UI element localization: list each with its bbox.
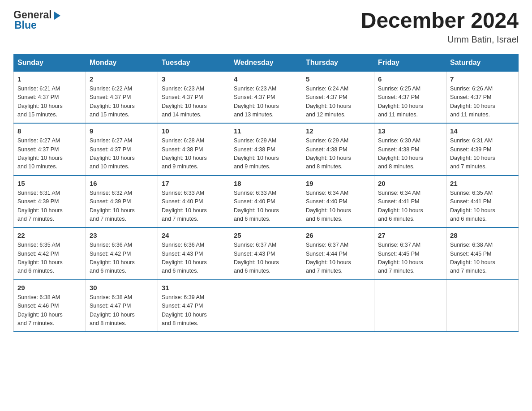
day-cell: 19 Sunrise: 6:34 AMSunset: 4:40 PMDaylig… (302, 176, 374, 228)
day-info: Sunrise: 6:38 AMSunset: 4:47 PMDaylight:… (90, 294, 135, 326)
day-cell: 27 Sunrise: 6:37 AMSunset: 4:45 PMDaylig… (374, 227, 446, 280)
day-cell: 23 Sunrise: 6:36 AMSunset: 4:42 PMDaylig… (86, 227, 158, 280)
day-cell: 11 Sunrise: 6:29 AMSunset: 4:38 PMDaylig… (230, 123, 302, 176)
day-info: Sunrise: 6:33 AMSunset: 4:40 PMDaylight:… (162, 190, 207, 222)
week-row-4: 22 Sunrise: 6:35 AMSunset: 4:42 PMDaylig… (14, 227, 519, 280)
day-cell: 10 Sunrise: 6:28 AMSunset: 4:38 PMDaylig… (158, 123, 230, 176)
col-header-friday: Friday (374, 54, 446, 71)
day-number: 1 (17, 75, 82, 83)
day-info: Sunrise: 6:35 AMSunset: 4:41 PMDaylight:… (450, 190, 495, 222)
day-info: Sunrise: 6:31 AMSunset: 4:39 PMDaylight:… (17, 190, 63, 222)
col-header-wednesday: Wednesday (230, 54, 302, 71)
day-cell: 26 Sunrise: 6:37 AMSunset: 4:44 PMDaylig… (302, 227, 374, 280)
day-info: Sunrise: 6:30 AMSunset: 4:38 PMDaylight:… (378, 137, 423, 170)
week-row-2: 8 Sunrise: 6:27 AMSunset: 4:37 PMDayligh… (14, 123, 519, 176)
day-cell: 29 Sunrise: 6:38 AMSunset: 4:46 PMDaylig… (14, 280, 86, 332)
day-info: Sunrise: 6:37 AMSunset: 4:44 PMDaylight:… (306, 242, 351, 274)
day-cell (230, 280, 302, 332)
day-info: Sunrise: 6:35 AMSunset: 4:42 PMDaylight:… (17, 242, 63, 274)
day-cell: 17 Sunrise: 6:33 AMSunset: 4:40 PMDaylig… (158, 176, 230, 228)
col-header-sunday: Sunday (14, 54, 86, 71)
day-number: 8 (17, 127, 82, 135)
day-number: 12 (306, 127, 370, 135)
day-info: Sunrise: 6:36 AMSunset: 4:42 PMDaylight:… (90, 242, 135, 274)
day-cell: 31 Sunrise: 6:39 AMSunset: 4:47 PMDaylig… (158, 280, 230, 332)
day-number: 11 (234, 127, 298, 135)
week-row-1: 1 Sunrise: 6:21 AMSunset: 4:37 PMDayligh… (14, 71, 519, 123)
day-number: 21 (450, 180, 515, 187)
day-cell: 5 Sunrise: 6:24 AMSunset: 4:37 PMDayligh… (302, 71, 374, 123)
day-cell: 14 Sunrise: 6:31 AMSunset: 4:39 PMDaylig… (446, 123, 519, 176)
day-number: 26 (306, 231, 370, 239)
day-number: 13 (378, 127, 442, 135)
day-number: 6 (378, 75, 442, 83)
logo-blue-text: Blue (13, 19, 60, 31)
day-info: Sunrise: 6:29 AMSunset: 4:38 PMDaylight:… (234, 137, 279, 170)
day-info: Sunrise: 6:22 AMSunset: 4:37 PMDaylight:… (90, 86, 135, 118)
page-header: General Blue December 2024 Umm Batin, Is… (13, 9, 519, 45)
day-number: 22 (17, 231, 82, 239)
calendar-header-row: SundayMondayTuesdayWednesdayThursdayFrid… (14, 54, 519, 71)
calendar-title: December 2024 (361, 9, 519, 33)
col-header-saturday: Saturday (446, 54, 519, 71)
day-cell: 9 Sunrise: 6:27 AMSunset: 4:37 PMDayligh… (86, 123, 158, 176)
day-info: Sunrise: 6:23 AMSunset: 4:37 PMDaylight:… (234, 86, 279, 118)
day-info: Sunrise: 6:28 AMSunset: 4:38 PMDaylight:… (162, 137, 207, 170)
day-cell: 1 Sunrise: 6:21 AMSunset: 4:37 PMDayligh… (14, 71, 86, 123)
day-number: 9 (90, 127, 154, 135)
day-number: 18 (234, 180, 298, 187)
day-info: Sunrise: 6:29 AMSunset: 4:38 PMDaylight:… (306, 137, 351, 170)
day-info: Sunrise: 6:25 AMSunset: 4:37 PMDaylight:… (378, 86, 423, 118)
day-number: 25 (234, 231, 298, 239)
day-number: 4 (234, 75, 298, 83)
day-number: 19 (306, 180, 370, 187)
day-info: Sunrise: 6:21 AMSunset: 4:37 PMDaylight:… (17, 86, 63, 118)
day-number: 14 (450, 127, 515, 135)
day-cell: 25 Sunrise: 6:37 AMSunset: 4:43 PMDaylig… (230, 227, 302, 280)
day-number: 28 (450, 231, 515, 239)
day-number: 16 (90, 180, 154, 187)
calendar-subtitle: Umm Batin, Israel (361, 34, 519, 45)
day-info: Sunrise: 6:27 AMSunset: 4:37 PMDaylight:… (17, 137, 63, 170)
day-cell: 8 Sunrise: 6:27 AMSunset: 4:37 PMDayligh… (14, 123, 86, 176)
day-number: 31 (162, 284, 226, 291)
day-info: Sunrise: 6:37 AMSunset: 4:45 PMDaylight:… (378, 242, 423, 274)
day-info: Sunrise: 6:31 AMSunset: 4:39 PMDaylight:… (450, 137, 495, 170)
day-number: 17 (162, 180, 226, 187)
day-number: 27 (378, 231, 442, 239)
day-number: 29 (17, 284, 82, 291)
day-cell: 13 Sunrise: 6:30 AMSunset: 4:38 PMDaylig… (374, 123, 446, 176)
day-cell: 28 Sunrise: 6:38 AMSunset: 4:45 PMDaylig… (446, 227, 519, 280)
day-cell (446, 280, 519, 332)
day-info: Sunrise: 6:26 AMSunset: 4:37 PMDaylight:… (450, 86, 495, 118)
day-number: 7 (450, 75, 515, 83)
day-cell: 20 Sunrise: 6:34 AMSunset: 4:41 PMDaylig… (374, 176, 446, 228)
day-cell (374, 280, 446, 332)
day-number: 15 (17, 180, 82, 187)
day-info: Sunrise: 6:23 AMSunset: 4:37 PMDaylight:… (162, 86, 207, 118)
day-cell: 16 Sunrise: 6:32 AMSunset: 4:39 PMDaylig… (86, 176, 158, 228)
day-info: Sunrise: 6:37 AMSunset: 4:43 PMDaylight:… (234, 242, 279, 274)
day-info: Sunrise: 6:34 AMSunset: 4:41 PMDaylight:… (378, 190, 423, 222)
title-area: December 2024 Umm Batin, Israel (361, 9, 519, 45)
week-row-5: 29 Sunrise: 6:38 AMSunset: 4:46 PMDaylig… (14, 280, 519, 332)
day-info: Sunrise: 6:38 AMSunset: 4:45 PMDaylight:… (450, 242, 495, 274)
week-row-3: 15 Sunrise: 6:31 AMSunset: 4:39 PMDaylig… (14, 176, 519, 228)
day-cell: 6 Sunrise: 6:25 AMSunset: 4:37 PMDayligh… (374, 71, 446, 123)
day-info: Sunrise: 6:39 AMSunset: 4:47 PMDaylight:… (162, 294, 207, 326)
day-number: 3 (162, 75, 226, 83)
day-cell: 24 Sunrise: 6:36 AMSunset: 4:43 PMDaylig… (158, 227, 230, 280)
logo: General Blue (13, 9, 60, 31)
day-cell (302, 280, 374, 332)
day-cell: 7 Sunrise: 6:26 AMSunset: 4:37 PMDayligh… (446, 71, 519, 123)
day-cell: 4 Sunrise: 6:23 AMSunset: 4:37 PMDayligh… (230, 71, 302, 123)
day-info: Sunrise: 6:24 AMSunset: 4:37 PMDaylight:… (306, 86, 351, 118)
day-info: Sunrise: 6:34 AMSunset: 4:40 PMDaylight:… (306, 190, 351, 222)
day-info: Sunrise: 6:38 AMSunset: 4:46 PMDaylight:… (17, 294, 63, 326)
day-number: 30 (90, 284, 154, 291)
day-cell: 21 Sunrise: 6:35 AMSunset: 4:41 PMDaylig… (446, 176, 519, 228)
day-cell: 30 Sunrise: 6:38 AMSunset: 4:47 PMDaylig… (86, 280, 158, 332)
calendar-table: SundayMondayTuesdayWednesdayThursdayFrid… (13, 54, 519, 333)
day-cell: 12 Sunrise: 6:29 AMSunset: 4:38 PMDaylig… (302, 123, 374, 176)
col-header-monday: Monday (86, 54, 158, 71)
